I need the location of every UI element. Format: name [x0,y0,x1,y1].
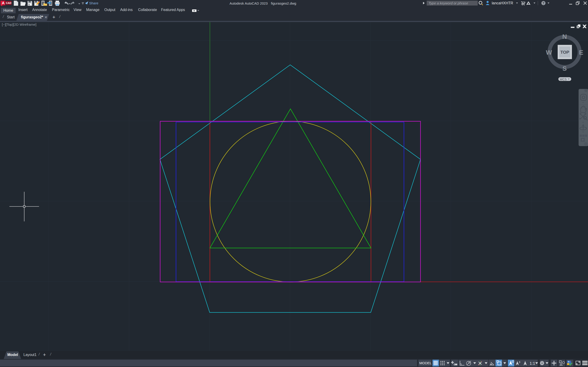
svg-text:lancaHXHTR: lancaHXHTR [492,1,513,5]
svg-text:TOP: TOP [561,50,569,54]
svg-text:A: A [2,1,5,5]
svg-text:W: W [546,49,552,56]
svg-text:WCS: WCS [560,77,567,81]
svg-text:1:1: 1:1 [530,361,535,365]
svg-text:?: ? [543,1,545,5]
svg-text:N: N [562,33,567,40]
svg-text:Share: Share [89,1,98,5]
svg-text:MODEL: MODEL [419,361,432,365]
svg-text:S: S [562,65,567,72]
svg-text:CAD: CAD [6,2,11,4]
svg-text:Type a keyword or phrase: Type a keyword or phrase [429,1,468,5]
svg-text:[−][Top][2D Wireframe]: [−][Top][2D Wireframe] [2,22,36,26]
svg-text:E: E [579,49,583,56]
